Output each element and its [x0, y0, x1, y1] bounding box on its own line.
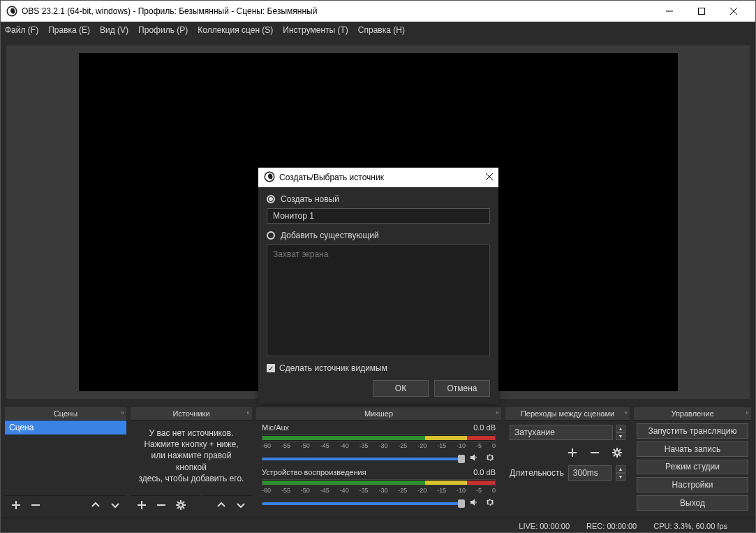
channel-level: 0.0 dB [473, 468, 496, 476]
mixer-channel: Устройство воспроизведения 0.0 dB -60-55… [256, 465, 501, 510]
menu-file[interactable]: Файл (F) [5, 25, 38, 35]
transitions-body: Затухание ▲▼ Длительность 300ms ▲▼ [505, 420, 630, 513]
create-new-radio[interactable]: Создать новый [267, 194, 490, 204]
status-rec: REC: 00:00:00 [586, 522, 637, 530]
source-name-input[interactable]: Монитор 1 [267, 208, 490, 224]
duration-spin-arrows[interactable]: ▲▼ [616, 465, 625, 481]
mixer-title: Микшер [364, 409, 393, 418]
transition-selected: Затухание [514, 428, 555, 437]
settings-button[interactable]: Настройки [637, 477, 748, 492]
dialog-title: Создать/Выбрать источник [279, 173, 384, 182]
dialog-title-bar: Создать/Выбрать источник [258, 168, 498, 187]
speaker-icon[interactable] [469, 497, 480, 510]
channel-name: Устройство воспроизведения [262, 468, 366, 476]
mixer-header: Микшер ▫ [256, 407, 501, 420]
audio-meter [262, 435, 496, 441]
menu-help[interactable]: Справка (H) [358, 25, 405, 35]
channel-level: 0.0 dB [473, 423, 496, 432]
sources-header: Источники ▫ [131, 407, 252, 420]
meter-ticks: -60-55-50-45-40-35-30-25-20-15-10-50 [262, 487, 496, 494]
undock-icon[interactable]: ▫ [624, 409, 627, 416]
source-add-button[interactable] [133, 498, 150, 512]
menu-profile[interactable]: Профиль (P) [138, 25, 188, 35]
menu-edit[interactable]: Правка (E) [48, 25, 90, 35]
svg-point-4 [179, 503, 183, 507]
volume-slider[interactable] [262, 458, 465, 460]
cancel-button[interactable]: Отмена [434, 380, 490, 397]
obs-logo-icon [264, 171, 275, 184]
channel-name: Mic/Aux [262, 423, 289, 432]
scenes-header: Сцены ▫ [5, 407, 126, 420]
radio-icon [267, 195, 275, 203]
menu-view[interactable]: Вид (V) [100, 25, 128, 35]
gear-icon[interactable] [484, 497, 496, 510]
transitions-title: Переходы между сценами [521, 409, 614, 418]
start-stream-button[interactable]: Запустить трансляцию [637, 423, 748, 439]
transition-add-button[interactable] [564, 446, 581, 460]
make-visible-label: Сделать источник видимым [279, 363, 387, 373]
mixer-dock: Микшер ▫ Mic/Aux 0.0 dB -60-55-50-45-40-… [256, 407, 501, 513]
exit-button[interactable]: Выход [637, 495, 748, 511]
status-bar: LIVE: 00:00:00 REC: 00:00:00 CPU: 3.3%, … [1, 518, 755, 533]
status-cpu: CPU: 3.3%, 60.00 fps [653, 522, 727, 530]
studio-mode-button[interactable]: Режим студии [637, 460, 748, 475]
controls-header: Управление ▫ [634, 407, 751, 420]
transition-settings-button[interactable] [609, 446, 625, 460]
window-title-bar: OBS 23.2.1 (64-bit, windows) - Профиль: … [1, 1, 755, 22]
existing-source-item: Захват экрана [273, 249, 328, 259]
scene-down-button[interactable] [107, 498, 124, 512]
source-remove-button[interactable] [153, 498, 170, 512]
volume-slider[interactable] [262, 502, 465, 505]
sources-empty-hint: У вас нет источников. Нажмите кнопку + н… [131, 421, 252, 491]
menu-scene-collection[interactable]: Коллекция сцен (S) [198, 25, 273, 35]
transition-select[interactable]: Затухание [510, 425, 613, 440]
image-icon [154, 494, 170, 495]
create-new-label: Создать новый [281, 194, 339, 204]
audio-meter [262, 479, 496, 486]
minimize-button[interactable] [653, 1, 685, 22]
maximize-button[interactable] [685, 1, 718, 22]
sources-dock: Источники ▫ У вас нет источников. Нажмит… [131, 407, 252, 513]
svg-point-5 [615, 451, 619, 455]
scene-up-button[interactable] [87, 498, 104, 512]
speaker-icon[interactable] [469, 452, 480, 465]
scene-add-button[interactable] [8, 498, 24, 512]
undock-icon[interactable]: ▫ [746, 409, 748, 416]
ok-button[interactable]: ОК [373, 380, 429, 397]
globe-icon [193, 494, 209, 495]
create-source-dialog: Создать/Выбрать источник Создать новый М… [258, 168, 498, 404]
scenes-list[interactable]: Сцена [5, 420, 126, 495]
menu-bar: Файл (F) Правка (E) Вид (V) Профиль (P) … [1, 22, 755, 38]
existing-sources-list[interactable]: Захват экрана [267, 244, 490, 356]
transitions-dock: Переходы между сценами ▫ Затухание ▲▼ Дл… [505, 407, 630, 513]
scene-remove-button[interactable] [27, 498, 44, 512]
close-window-button[interactable] [718, 1, 750, 22]
add-existing-label: Добавить существующий [281, 231, 379, 240]
status-live: LIVE: 00:00:00 [519, 522, 570, 530]
scene-item[interactable]: Сцена [5, 421, 126, 435]
sources-title: Источники [172, 409, 209, 418]
display-icon [174, 494, 189, 495]
gear-icon[interactable] [484, 452, 496, 465]
dialog-close-button[interactable] [465, 173, 493, 182]
checkbox-icon: ✓ [267, 364, 275, 372]
source-down-button[interactable] [232, 498, 249, 512]
duration-input[interactable]: 300ms [568, 465, 612, 481]
source-settings-button[interactable] [172, 498, 189, 512]
undock-icon[interactable]: ▫ [121, 409, 124, 416]
sources-list[interactable]: У вас нет источников. Нажмите кнопку + н… [131, 420, 252, 495]
menu-tools[interactable]: Инструменты (T) [283, 25, 348, 35]
undock-icon[interactable]: ▫ [246, 409, 249, 416]
start-record-button[interactable]: Начать запись [637, 441, 748, 457]
meter-ticks: -60-55-50-45-40-35-30-25-20-15-10-50 [262, 442, 496, 449]
make-visible-checkbox[interactable]: ✓ Сделать источник видимым [267, 363, 490, 373]
controls-title: Управление [671, 409, 713, 418]
source-up-button[interactable] [213, 498, 230, 512]
camera-icon [213, 494, 228, 495]
duration-label: Длительность [510, 468, 564, 478]
transition-remove-button[interactable] [586, 446, 603, 460]
scenes-dock: Сцены ▫ Сцена [5, 407, 126, 513]
undock-icon[interactable]: ▫ [496, 409, 498, 416]
transition-select-arrows[interactable]: ▲▼ [616, 425, 625, 440]
add-existing-radio[interactable]: Добавить существующий [267, 231, 490, 240]
